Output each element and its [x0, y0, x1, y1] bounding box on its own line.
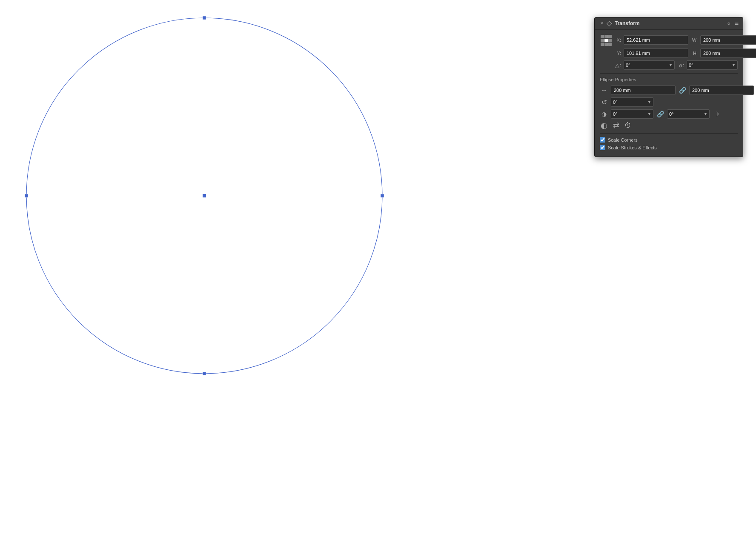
ellipse-width-input[interactable] — [611, 86, 676, 95]
ellipse-end-value: 0° — [669, 111, 674, 117]
angle-label: △: — [614, 62, 621, 69]
ref-dot-bc — [604, 43, 608, 46]
x-label: X: — [614, 37, 621, 43]
xw-row: X: W: 🔗 — [600, 34, 738, 46]
shear-value: 0° — [689, 63, 693, 68]
ref-dot-mc — [604, 39, 608, 42]
ellipse-close-icon[interactable]: ☽ — [712, 110, 721, 118]
close-button[interactable]: × — [599, 20, 605, 26]
divider-1 — [600, 73, 738, 74]
left-handle[interactable] — [25, 194, 28, 197]
shear-dropdown[interactable]: 0° ▼ — [687, 60, 738, 70]
h-label: H: — [691, 51, 698, 56]
x-input[interactable] — [624, 35, 688, 45]
w-label: W: — [691, 37, 698, 43]
shear-arrow-icon: ▼ — [732, 63, 736, 67]
divider-2 — [600, 133, 738, 134]
panel-menu-button[interactable]: ≡ — [735, 20, 739, 27]
collapse-button[interactable]: « — [727, 20, 730, 26]
scale-corners-row: Scale Corners — [600, 137, 738, 143]
scale-corners-label: Scale Corners — [608, 137, 638, 143]
transform-icon — [607, 21, 612, 26]
ref-dot-tr — [608, 35, 612, 38]
ellipse-height-input[interactable] — [689, 86, 754, 95]
ellipse-width-icon: ↔ — [600, 86, 608, 94]
angle-shear-row: △: 0° ▼ ⌀: 0° ▼ — [614, 60, 738, 70]
ellipse-start-icon: ◑ — [600, 110, 608, 118]
ellipse-link-icon[interactable]: 🔗 — [678, 86, 687, 94]
panel-titlebar: × Transform « ≡ — [595, 17, 743, 30]
ellipse-start-dropdown[interactable]: 0° ▼ — [611, 109, 653, 119]
ellipse-section-label: Ellipse Properties: — [600, 77, 738, 82]
y-input[interactable] — [624, 49, 688, 58]
ellipse-startend-row: ◑ 0° ▼ 🔗 0° ▼ ☽ — [600, 109, 738, 119]
angle-arrow-icon: ▼ — [669, 63, 673, 67]
ref-dot-bl — [601, 43, 604, 46]
scale-corners-checkbox[interactable] — [600, 137, 605, 143]
y-label: Y: — [614, 51, 621, 56]
yh-row: Y: H: — [614, 49, 738, 58]
scale-strokes-checkbox[interactable] — [600, 145, 605, 150]
panel-title-left: × Transform — [599, 20, 640, 26]
ellipse-start-value: 0° — [613, 111, 618, 117]
ref-dot-br — [608, 43, 612, 46]
action-icons-row: ◐ ⇄ ⏱ — [600, 121, 738, 130]
ellipse-wh-row: ↔ 🔗 ↕ — [600, 86, 738, 95]
top-handle[interactable] — [203, 16, 206, 20]
rotate-icon[interactable]: ⏱ — [624, 121, 632, 130]
ref-dot-ml — [601, 39, 604, 42]
scale-strokes-label: Scale Strokes & Effects — [608, 145, 657, 150]
panel-title: Transform — [615, 20, 640, 26]
ellipse-rotation-dropdown[interactable]: 0° ▼ — [611, 97, 653, 107]
scale-strokes-row: Scale Strokes & Effects — [600, 145, 738, 150]
bottom-handle[interactable] — [203, 372, 206, 375]
center-handle[interactable] — [203, 194, 206, 197]
ref-dot-tl — [601, 35, 604, 38]
panel-body: X: W: 🔗 Y: H: △: 0° ▼ ⌀: 0° ▼ — [595, 30, 743, 157]
shear-label: ⌀: — [677, 62, 684, 69]
w-input[interactable] — [700, 35, 756, 45]
ref-dot-mr — [608, 39, 612, 42]
ellipse-rotation-value: 0° — [613, 100, 618, 105]
ref-dot-tc — [604, 35, 608, 38]
ellipse-rotation-row: ↺ 0° ▼ — [600, 97, 738, 107]
flip-vertical-icon[interactable]: ◐ — [600, 121, 608, 130]
reference-point-grid[interactable] — [600, 34, 612, 46]
ellipse-end-arrow-icon: ▼ — [704, 112, 707, 116]
angle-value: 0° — [626, 63, 630, 68]
flip-horizontal-icon[interactable]: ⇄ — [612, 121, 620, 130]
ellipse-rotation-icon: ↺ — [600, 98, 608, 106]
ellipse-end-link-icon[interactable]: 🔗 — [656, 110, 664, 118]
ellipse-start-arrow-icon: ▼ — [647, 112, 651, 116]
h-input[interactable] — [700, 49, 756, 58]
transform-panel: × Transform « ≡ X: W: — [594, 17, 743, 157]
right-handle[interactable] — [381, 194, 384, 197]
angle-dropdown[interactable]: 0° ▼ — [624, 60, 675, 70]
ellipse-end-dropdown[interactable]: 0° ▼ — [667, 109, 710, 119]
ellipse-rotation-arrow-icon: ▼ — [647, 100, 651, 104]
